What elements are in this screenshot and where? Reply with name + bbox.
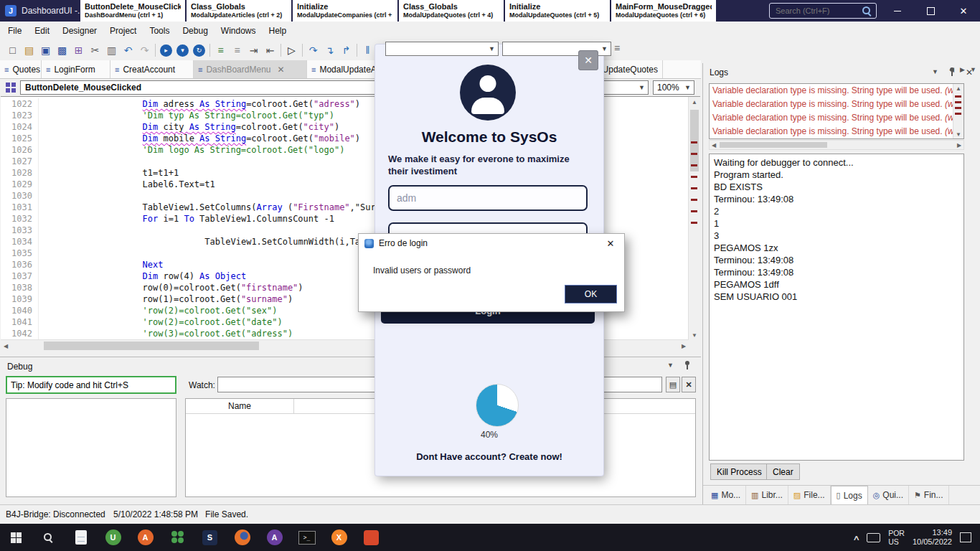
text-editor-icon[interactable] (65, 524, 97, 551)
orange-a-app-icon[interactable]: A (129, 524, 161, 551)
editor-vertical-scrollbar[interactable]: ▲ ▼ (688, 97, 700, 340)
designer-icon[interactable]: ⊞ (70, 42, 87, 59)
new-icon[interactable]: □ (4, 42, 21, 59)
toolbar-separator (209, 44, 210, 57)
titlebar-tab[interactable]: MainForm_MouseDraggedModalUpdateQuotes (… (611, 0, 716, 22)
dialog-close-icon[interactable]: ✕ (600, 235, 621, 251)
taskbar-search-icon[interactable] (32, 524, 65, 551)
menu-windows[interactable]: Windows (215, 26, 263, 36)
s-app-icon[interactable]: S (194, 524, 226, 551)
app-close-button[interactable]: ✕ (578, 50, 598, 70)
warnings-vertical-scrollbar[interactable]: ▲ ▼ (953, 84, 963, 138)
language-indicator[interactable]: POR US (888, 529, 905, 546)
step-out-icon[interactable]: ↱ (338, 42, 354, 59)
dock-tab-mo[interactable]: ▦Mo... (706, 486, 746, 504)
create-account-link[interactable]: Dont Have account? Create now! (375, 451, 603, 462)
log-output[interactable]: Waiting for debugger to connect...Progra… (709, 154, 964, 461)
toolbar-dropdown-left[interactable]: ▼ (385, 42, 499, 56)
action-center-icon[interactable] (960, 532, 971, 542)
menu-debug[interactable]: Debug (176, 26, 214, 36)
tray-expand-icon[interactable]: ∧ (852, 534, 860, 542)
tab-close-icon[interactable]: ✕ (277, 65, 284, 75)
menu-edit[interactable]: Edit (28, 26, 56, 36)
kill-process-button[interactable]: Kill Process (710, 463, 768, 480)
build-icon[interactable]: ▾ (174, 42, 191, 59)
tip-input[interactable] (6, 376, 176, 394)
clover-app-icon[interactable] (161, 524, 194, 551)
uncomment-icon[interactable]: ≡ (229, 42, 245, 59)
titlebar-tab[interactable]: InitializeModalUpdateCompanies (ctrl + 3… (293, 0, 397, 22)
debug-pin-icon[interactable] (684, 361, 691, 370)
titlebar-tab[interactable]: ButtonDelete_MouseClickeDashBoardMenu (c… (80, 0, 185, 22)
step-into-icon[interactable]: ↴ (321, 42, 338, 59)
cut-icon[interactable]: ✂ (87, 42, 103, 59)
dock-tab-file[interactable]: ▨File... (788, 486, 831, 504)
rerun-icon[interactable]: ↻ (191, 42, 207, 59)
dock-tab-logs[interactable]: ▯Logs (831, 486, 868, 504)
outdent-icon[interactable]: ⇤ (262, 42, 278, 59)
pause-icon[interactable]: ‖ (359, 42, 376, 59)
green-app-icon[interactable]: U (97, 524, 129, 551)
username-input[interactable] (388, 185, 588, 211)
editor-tab-creataccount[interactable]: ≡CreatAccount (110, 60, 194, 78)
minimize-button[interactable] (881, 0, 914, 22)
global-search-box[interactable] (769, 3, 877, 19)
menu-designer[interactable]: Designer (56, 26, 103, 36)
watch-list-icon[interactable]: ▤ (666, 377, 680, 392)
watch-clear-icon[interactable]: ✕ (682, 377, 696, 392)
editor-tab-dashboardmenu[interactable]: ≡DashBoardMenu✕ (194, 60, 307, 78)
tab-scroll-right-icon[interactable]: ▶ (958, 64, 967, 75)
start-icon[interactable] (0, 524, 32, 551)
warnings-list[interactable]: Variable declaration type is missing. St… (709, 83, 964, 139)
step-over-icon[interactable]: ↷ (305, 42, 321, 59)
xampp-icon[interactable]: X (323, 524, 355, 551)
search-input[interactable] (774, 6, 858, 16)
warning-line[interactable]: Variable declaration type is missing. St… (710, 125, 963, 138)
clear-logs-button[interactable]: Clear (766, 463, 800, 480)
warning-line[interactable]: Variable declaration type is missing. St… (710, 84, 963, 98)
warning-line[interactable]: Variable declaration type is missing. St… (710, 111, 963, 125)
editor-tab-quotes[interactable]: ≡Quotes (0, 60, 42, 78)
menu-help[interactable]: Help (263, 26, 293, 36)
save-icon[interactable]: ▣ (37, 42, 54, 59)
zoom-selector[interactable]: 100% ▼ (653, 80, 694, 95)
play-icon[interactable]: ▷ (283, 42, 300, 59)
titlebar-tab[interactable]: InitializeModalUpdateQuotes (ctrl + 5) (505, 0, 610, 22)
dock-tab-libr[interactable]: ▥Libr... (746, 486, 788, 504)
debug-variables-panel[interactable] (6, 398, 176, 497)
warning-line[interactable]: Variable declaration type is missing. St… (710, 98, 963, 111)
close-button[interactable]: ✕ (947, 0, 980, 22)
dock-tab-qui[interactable]: ◎Qui... (868, 486, 909, 504)
clock[interactable]: 13:49 10/05/2022 (913, 528, 952, 547)
dialog-ok-button[interactable]: OK (565, 285, 617, 303)
red-app-icon[interactable] (355, 524, 387, 551)
indent-icon[interactable]: ⇥ (245, 42, 262, 59)
titlebar-tab[interactable]: Class_GlobalsModalUpdateArticles (ctrl +… (187, 0, 291, 22)
dock-tab-fin[interactable]: ⚑Fin... (909, 486, 949, 504)
tab-scroll-left-icon[interactable]: ◀ (947, 64, 956, 75)
editor-tab-loginform[interactable]: ≡LoginForm (42, 60, 110, 78)
menu-tools[interactable]: Tools (143, 26, 176, 36)
save-all-icon[interactable]: ▩ (54, 42, 70, 59)
menu-project[interactable]: Project (103, 26, 143, 36)
titlebar-tab[interactable]: Class_GlobalsModalUpdateQuotes (ctrl + 4… (399, 0, 504, 22)
debug-menu-icon[interactable]: ▼ (667, 362, 674, 369)
open-icon[interactable]: ▤ (21, 42, 37, 59)
copy-icon[interactable]: ▥ (103, 42, 120, 59)
toolbar-overflow-icon[interactable]: ≡ (614, 42, 620, 54)
maximize-button[interactable] (914, 0, 947, 22)
menu-file[interactable]: File (1, 26, 28, 36)
code-text: Next (39, 259, 164, 270)
tab-list-dropdown-icon[interactable]: ▼ (969, 64, 978, 75)
logs-menu-icon[interactable]: ▼ (932, 69, 938, 75)
run-icon[interactable]: ▸ (158, 42, 174, 59)
comment-icon[interactable]: ≡ (212, 42, 229, 59)
purple-app-icon[interactable]: A (258, 524, 291, 551)
undo-icon[interactable]: ↶ (120, 42, 136, 59)
redo-icon[interactable]: ↷ (136, 42, 153, 59)
firefox-icon[interactable] (226, 524, 258, 551)
touch-keyboard-icon[interactable] (867, 533, 880, 542)
command-prompt-icon[interactable]: >_ (291, 524, 323, 551)
warnings-horizontal-scrollbar[interactable]: ◀ ▶ (709, 140, 964, 150)
debug-panel-title: Debug (7, 362, 32, 372)
